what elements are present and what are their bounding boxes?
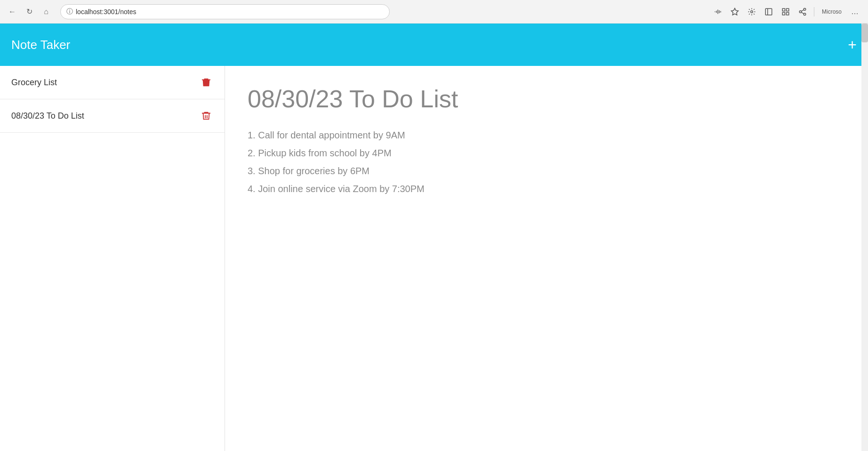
svg-point-10 — [804, 13, 806, 16]
delete-note-2-button[interactable] — [199, 109, 213, 123]
note-body-line-4: 4. Join online service via Zoom by 7:30P… — [248, 180, 845, 198]
svg-rect-5 — [786, 8, 788, 11]
svg-rect-4 — [782, 8, 785, 11]
more-button[interactable]: … — [847, 4, 862, 19]
browser-chrome: ← ↻ ⌂ ⓘ localhost:3001/notes — [0, 0, 868, 24]
svg-rect-7 — [786, 12, 788, 15]
scroll-thumb[interactable] — [861, 24, 868, 42]
note-body-line-1: 1. Call for dental appointment by 9AM — [248, 126, 845, 144]
delete-note-1-button[interactable] — [199, 75, 213, 89]
note-body-line-2: 2. Pickup kids from school by 4PM — [248, 144, 845, 162]
back-button[interactable]: ← — [6, 5, 19, 18]
add-note-button[interactable]: + — [848, 37, 857, 52]
url-text: localhost:3001/notes — [76, 8, 136, 16]
browser-toolbar-right: Microso … — [710, 4, 862, 19]
app-header: Note Taker + — [0, 24, 868, 66]
address-bar[interactable]: ⓘ localhost:3001/notes — [60, 4, 390, 19]
share-button[interactable] — [795, 4, 810, 19]
app-title: Note Taker — [11, 38, 70, 52]
note-detail-body: 1. Call for dental appointment by 9AM 2.… — [248, 126, 845, 198]
note-title: 08/30/23 To Do List — [11, 111, 84, 121]
main-content: Grocery List 08/30/23 To Do List — [0, 66, 868, 451]
refresh-button[interactable]: ↻ — [23, 5, 36, 18]
svg-point-8 — [804, 8, 806, 10]
app-container: Note Taker + Grocery List 08/30/23 To Do… — [0, 24, 868, 451]
note-list-item[interactable]: Grocery List — [0, 66, 225, 99]
note-body-line-3: 3. Shop for groceries by 6PM — [248, 162, 845, 180]
note-list-item[interactable]: 08/30/23 To Do List — [0, 99, 225, 133]
info-icon: ⓘ — [66, 8, 73, 16]
svg-rect-6 — [782, 12, 785, 15]
sidebar-toggle-button[interactable] — [761, 4, 776, 19]
profile-button[interactable]: Microso — [818, 7, 845, 17]
favorites-button[interactable] — [727, 4, 742, 19]
note-detail-title: 08/30/23 To Do List — [248, 85, 845, 113]
note-detail: 08/30/23 To Do List 1. Call for dental a… — [225, 66, 868, 451]
home-button[interactable]: ⌂ — [40, 5, 53, 18]
svg-point-1 — [751, 10, 753, 13]
extensions-button[interactable] — [744, 4, 759, 19]
collections-button[interactable] — [778, 4, 793, 19]
svg-point-9 — [799, 10, 802, 13]
trash-icon — [201, 77, 211, 88]
trash-icon — [201, 111, 211, 121]
toolbar-divider — [814, 7, 814, 16]
svg-marker-0 — [731, 8, 738, 15]
svg-rect-2 — [765, 8, 772, 15]
svg-line-11 — [801, 12, 804, 14]
sidebar: Grocery List 08/30/23 To Do List — [0, 66, 225, 451]
scroll-track[interactable] — [861, 24, 868, 451]
note-title: Grocery List — [11, 78, 57, 88]
svg-line-12 — [801, 9, 804, 11]
more-icon: … — [851, 8, 859, 16]
read-aloud-button[interactable] — [710, 4, 725, 19]
